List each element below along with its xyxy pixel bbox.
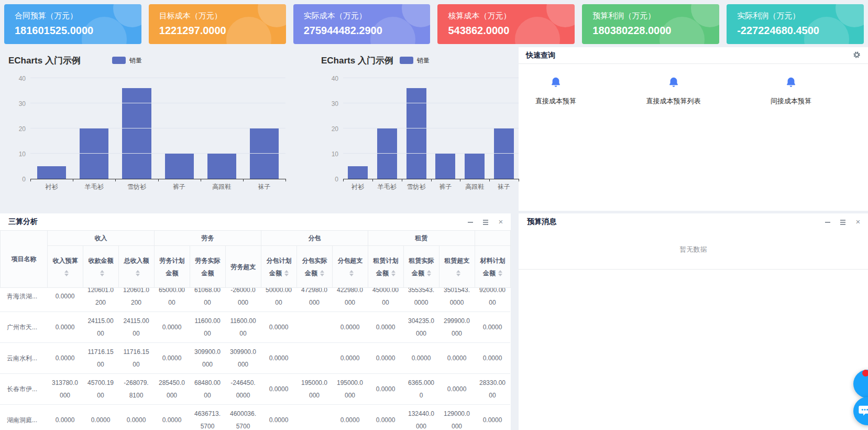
chart-bar-雪纺衫[interactable] [122, 88, 151, 179]
close-icon[interactable]: × [854, 218, 862, 225]
project-name-cell: 湖南洞庭... [0, 405, 47, 430]
column-group-header: 分包 [261, 231, 368, 246]
sort-carets-icon[interactable] [64, 270, 69, 276]
column-header-label: 劳务计划金额 [160, 257, 185, 277]
column-header[interactable]: 分包实际金额 [297, 246, 333, 288]
card-label: 核算成本（万元） [448, 11, 564, 21]
value-cell: 313780.0000 [47, 374, 83, 405]
sort-carets-icon[interactable] [498, 270, 502, 276]
value-cell: 0.0000 [83, 405, 118, 430]
value-cell: 0.0000 [47, 405, 83, 430]
bar-slot [343, 79, 372, 179]
minimize-icon[interactable] [824, 218, 831, 225]
quick-link-direct-cost-budget-list[interactable]: 直接成本预算列表 [646, 77, 701, 106]
sort-carets-icon[interactable] [100, 270, 104, 276]
column-header[interactable]: 收款金额 [83, 246, 119, 288]
gridline [30, 153, 285, 154]
sort-carets-icon[interactable] [136, 270, 140, 276]
gridline [30, 78, 285, 78]
project-name-cell: 云南水利... [0, 343, 47, 374]
sort-carets-icon[interactable] [456, 270, 460, 276]
column-header[interactable]: 租赁计划金额 [368, 246, 404, 288]
quick-link-label: 直接成本预算 [535, 96, 576, 106]
value-cell: 0.0000 [439, 343, 475, 374]
column-header-label: 劳务实际金额 [195, 257, 221, 277]
table-row[interactable]: 长春市伊...313780.000045700.1900-268079.8100… [0, 374, 510, 405]
quick-link-direct-cost-budget[interactable]: 直接成本预算 [535, 77, 576, 106]
column-header[interactable]: 分包计划金额 [261, 246, 297, 288]
chart-bar-高跟鞋[interactable] [207, 154, 236, 179]
chart-bar-高跟鞋[interactable] [465, 154, 485, 179]
menu-icon[interactable] [482, 218, 489, 225]
value-cell: 24115.0000 [83, 312, 118, 343]
column-header-label: 劳务超支 [231, 263, 256, 271]
column-header[interactable]: 材料计划金额 [475, 246, 511, 288]
chart-bar-羊毛衫[interactable] [80, 128, 108, 179]
sort-carets-icon[interactable] [349, 270, 354, 276]
chart-bar-衬衫[interactable] [37, 166, 66, 179]
value-cell [296, 312, 332, 343]
bar-chart-2: ECharts 入门示例 销量 010203040 衬衫羊毛衫雪纺衫裤子高跟鞋袜… [313, 47, 519, 211]
sort-carets-icon[interactable] [427, 270, 431, 276]
table-row[interactable]: 云南水利...0.000011716.150011716.15000.00003… [0, 343, 510, 374]
chart-bar-袜子[interactable] [494, 128, 514, 179]
chart-header: ECharts 入门示例 销量 [321, 52, 519, 68]
minimize-icon[interactable] [467, 218, 474, 225]
x-axis-tick [158, 179, 159, 181]
card-label: 实际成本（万元） [304, 11, 420, 21]
chart-bar-雪纺衫[interactable] [406, 88, 426, 179]
chart-bar-衬衫[interactable] [348, 166, 368, 179]
y-axis-tick-label: 30 [19, 100, 26, 108]
value-cell: 28330.0000 [475, 374, 510, 405]
value-cell: 0.0000 [403, 343, 439, 374]
column-header-label: 总收入额 [124, 257, 149, 264]
card-value: 275944482.2900 [304, 25, 420, 37]
sort-carets-icon[interactable] [391, 270, 395, 276]
value-cell: 11716.1500 [83, 343, 118, 374]
value-cell: 0.0000 [47, 288, 83, 312]
column-group-header: 收入 [48, 231, 155, 246]
gridline [343, 128, 519, 128]
value-cell: 0.0000 [332, 405, 368, 430]
value-cell: 0.0000 [261, 312, 296, 343]
project-name-cell: 青海洪湖... [0, 288, 47, 312]
legend-label: 销量 [129, 56, 142, 65]
x-axis-tick [343, 179, 344, 181]
column-header[interactable]: 分包超支 [333, 246, 368, 288]
value-cell: 0.0000 [154, 343, 190, 374]
chart-bar-裤子[interactable] [435, 154, 455, 179]
column-header[interactable]: 租赁实际金额 [404, 246, 440, 288]
settings-icon[interactable] [853, 51, 861, 60]
window-controls: × [467, 218, 504, 225]
value-cell: -268079.8100 [118, 374, 154, 405]
y-axis-tick-label: 20 [332, 125, 338, 133]
quick-link-indirect-cost-budget[interactable]: 间接成本预算 [771, 77, 811, 106]
project-name-cell: 长春市伊... [0, 374, 47, 405]
value-cell: 92000.0000 [475, 288, 510, 312]
sort-carets-icon[interactable] [284, 270, 289, 276]
chart-bar-裤子[interactable] [165, 154, 194, 179]
chart-bar-羊毛衫[interactable] [377, 128, 397, 179]
table-row[interactable]: 湖南洞庭...0.00000.00000.00000.00004636713.5… [0, 405, 510, 430]
table-row[interactable]: 青海洪湖...0.0000120601.0200120601.020065000… [0, 288, 510, 312]
column-header-label: 分包超支 [338, 257, 363, 264]
y-axis: 010203040 [321, 79, 343, 179]
x-axis-tick [519, 179, 519, 181]
chart-header: ECharts 入门示例 销量 [8, 52, 285, 68]
value-cell: 0.0000 [261, 343, 296, 374]
y-axis-tick-label: 40 [19, 75, 26, 82]
chart-bar-袜子[interactable] [250, 128, 279, 179]
sort-carets-icon[interactable] [320, 270, 324, 276]
legend-item-sales[interactable]: 销量 [112, 56, 142, 65]
table-body-viewport[interactable]: 青海洪湖...0.0000120601.0200120601.020065000… [0, 288, 511, 430]
legend-marker-icon [112, 57, 126, 64]
menu-icon[interactable] [839, 218, 847, 225]
legend-item-sales[interactable]: 销量 [400, 56, 430, 65]
column-header[interactable]: 租赁超支 [440, 246, 475, 288]
column-header[interactable]: 总收入额 [119, 246, 155, 288]
value-cell: 50000.0000 [261, 288, 296, 312]
dashboard-page: 合同预算（万元） 181601525.0000 目标成本（万元） 1221297… [0, 0, 868, 430]
close-icon[interactable]: × [497, 218, 504, 225]
column-header[interactable]: 收入预算 [48, 246, 83, 288]
table-row[interactable]: 广州市天...0.000024115.000024115.00000.00001… [0, 312, 510, 343]
